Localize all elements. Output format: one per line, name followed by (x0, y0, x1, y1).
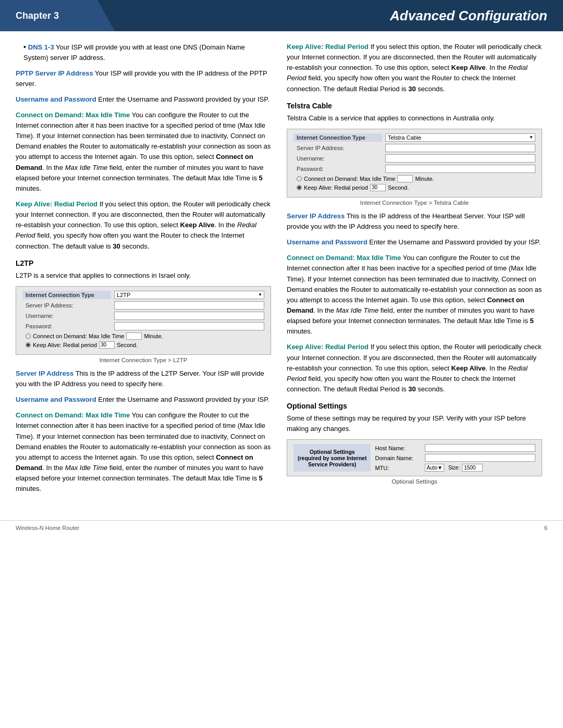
telstra-radio1-input[interactable] (397, 175, 413, 182)
connect-demand3-label: Connect on Demand: Max Idle Time (287, 254, 401, 262)
l2tp-intro: L2TP is a service that applies to connec… (16, 270, 271, 281)
domain-name-input[interactable] (425, 454, 535, 462)
mtu-label: MTU: (375, 465, 422, 471)
connect-demand-text2: . In the (42, 164, 65, 171)
keep-alive1-section: Keep Alive: Redial Period If you select … (16, 199, 271, 252)
mtu-size-input[interactable]: 1500 (462, 464, 483, 472)
connect-demand3-section: Connect on Demand: Max Idle Time You can… (287, 253, 542, 337)
telstra-password-label: Password: (293, 165, 382, 173)
keep-alive3-bold2: 30 (408, 385, 415, 393)
username3-section: Username and Password Enter the Username… (287, 237, 542, 248)
mtu-controls: Auto▼ Size: 1500 (425, 464, 483, 472)
telstra-username-row: Username: (293, 154, 535, 163)
telstra-username-label: Username: (293, 154, 382, 163)
connect-demand2-section: Connect on Demand: Max Idle Time You can… (16, 410, 271, 494)
l2tp-type-row: Internet Connection Type L2TP (22, 291, 264, 299)
keep-alive2-label: Keep Alive: Redial Period (287, 43, 369, 51)
l2tp-radio1-input[interactable] (126, 332, 142, 340)
connect-demand2-italic: Max Idle Time (65, 464, 108, 472)
l2tp-image-box: Internet Connection Type L2TP Server IP … (16, 286, 271, 355)
keep-alive3-bold: Keep Alive (451, 364, 486, 372)
connect-demand3-italic: Max Idle Time (336, 306, 379, 314)
domain-name-label: Domain Name: (375, 455, 422, 461)
mtu-size-label: Size: (448, 465, 460, 471)
l2tp-server-label: Server IP Address: (22, 301, 111, 310)
server-ip2-section: Server IP Address This is the IP address… (287, 211, 542, 232)
keep-alive2-bold2: 30 (408, 85, 415, 93)
connect-demand2-label: Connect on Demand: Max Idle Time (16, 411, 130, 419)
username3-text: Enter the Username and Password provided… (368, 238, 541, 246)
telstra-server-field[interactable] (385, 144, 535, 152)
keep-alive3-section: Keep Alive: Redial Period If you select … (287, 342, 542, 394)
connect-demand2-text4: minutes. (16, 485, 41, 492)
dns-bullet: DNS 1-3 Your ISP will provide you with a… (16, 42, 271, 63)
connect-demand2-bold2: 5 (259, 474, 263, 482)
dns-text: Your ISP will provide you with at least … (23, 43, 245, 61)
optional-settings-box: Optional Settings(required by some Inter… (287, 439, 542, 476)
telstra-heading: Telstra Cable (287, 102, 542, 110)
mtu-select[interactable]: Auto▼ (425, 464, 444, 472)
optional-caption: Optional Settings (287, 478, 542, 485)
keep-alive3-text4: seconds. (416, 385, 445, 393)
username2-section: Username and Password Enter the Username… (16, 394, 271, 405)
dns-label: DNS 1-3 (28, 43, 54, 51)
telstra-radio1-label: Connect on Demand: Max Idle Time (304, 176, 395, 182)
server-ip-section: Server IP Address This is the IP address… (16, 368, 271, 389)
chapter-label: Chapter 3 (0, 0, 115, 31)
l2tp-username-row: Username: (22, 312, 264, 320)
connect-demand3-text4: minutes. (287, 327, 312, 335)
telstra-type-select[interactable]: Telstra Cable (385, 133, 535, 142)
keep-alive1-text2: . In the (215, 221, 237, 229)
username-pw-label: Username and Password (16, 95, 96, 103)
l2tp-radio2-input[interactable]: 30 (99, 341, 115, 349)
l2tp-radio1[interactable] (26, 334, 31, 339)
telstra-server-label: Server IP Address: (293, 144, 382, 152)
connect-demand-bold2: 5 (259, 174, 263, 182)
connect-demand3-text2: . In the (313, 306, 336, 314)
l2tp-type-label: Internet Connection Type (22, 291, 111, 299)
telstra-server-row: Server IP Address: (293, 144, 535, 152)
l2tp-caption: Internet Connection Type > L2TP (16, 357, 271, 363)
page-footer: Wireless-N Home Router 6 (0, 520, 563, 535)
l2tp-server-row: Server IP Address: (22, 301, 264, 310)
server-ip-label: Server IP Address (16, 369, 74, 377)
telstra-radio1[interactable] (297, 176, 302, 181)
keep-alive3-label: Keep Alive: Redial Period (287, 343, 369, 351)
telstra-radio2-input[interactable]: 30 (370, 184, 386, 191)
keep-alive1-bold2: 30 (113, 242, 120, 250)
connect-demand-section: Connect on Demand: Max Idle Time You can… (16, 110, 271, 194)
telstra-username-field[interactable] (385, 154, 535, 163)
l2tp-username-field[interactable] (114, 312, 264, 320)
telstra-image-box: Internet Connection Type Telstra Cable S… (287, 129, 542, 198)
l2tp-radio2-label: Keep Alive: Redial period (33, 342, 97, 348)
footer-right: 6 (544, 525, 547, 531)
l2tp-password-label: Password: (22, 322, 111, 330)
telstra-intro: Telstra Cable is a service that applies … (287, 113, 542, 124)
keep-alive2-text3: field, you specify how often you want th… (287, 74, 516, 92)
keep-alive2-text4: seconds. (416, 85, 445, 93)
l2tp-type-select[interactable]: L2TP (114, 291, 264, 299)
keep-alive2-section: Keep Alive: Redial Period If you select … (287, 42, 542, 94)
keep-alive3-text3: field, you specify how often you want th… (287, 375, 516, 393)
telstra-password-field[interactable] (385, 165, 535, 173)
connect-demand-italic: Max Idle Time (65, 164, 108, 171)
l2tp-password-field[interactable] (114, 322, 264, 330)
optional-box-fields: Host Name: Domain Name: MTU: Auto▼ Size: (375, 444, 535, 472)
telstra-radio2[interactable] (297, 185, 302, 190)
username3-label: Username and Password (287, 238, 368, 246)
page-title: Advanced Configuration (115, 0, 563, 31)
host-name-label: Host Name: (375, 445, 422, 451)
l2tp-radio2[interactable] (26, 342, 31, 348)
keep-alive1-label: Keep Alive: Redial Period (16, 200, 97, 208)
server-ip2-label: Server IP Address (287, 212, 345, 220)
host-name-input[interactable] (425, 444, 535, 452)
domain-name-row: Domain Name: (375, 454, 535, 462)
chapter-text: Chapter 3 (16, 10, 59, 21)
mtu-row: MTU: Auto▼ Size: 1500 (375, 464, 535, 472)
pptp-label: PPTP Server IP Address (16, 69, 93, 77)
l2tp-username-label: Username: (22, 312, 111, 320)
l2tp-radio2-row: Keep Alive: Redial period 30 Second. (26, 341, 264, 349)
connect-demand-text4: minutes. (16, 184, 41, 192)
l2tp-radio2-unit: Second. (117, 342, 138, 348)
l2tp-server-field[interactable] (114, 301, 264, 310)
